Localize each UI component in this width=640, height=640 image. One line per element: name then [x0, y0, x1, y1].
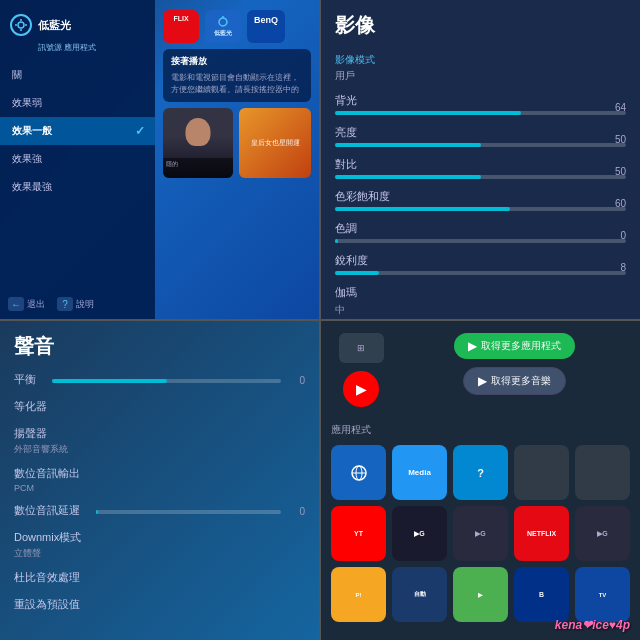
- sharpness-fill: [335, 271, 379, 275]
- balance-fill: [52, 379, 167, 383]
- saturation-value: 60: [615, 198, 626, 209]
- mode-value: 用戶: [335, 69, 626, 83]
- mode-label: 影像模式: [335, 53, 626, 67]
- blue-light-icon: [10, 14, 32, 36]
- menu-item-strong[interactable]: 效果強: [0, 145, 155, 173]
- media-player-app[interactable]: Media: [392, 445, 447, 500]
- backlight-label: 背光: [335, 93, 626, 108]
- help-app[interactable]: ?: [453, 445, 508, 500]
- digital-output-label: 數位音訊輸出: [14, 466, 305, 481]
- action-buttons: ▶ 取得更多應用程式 ▶ 取得更多音樂: [399, 333, 630, 407]
- menu-subtitle: 訊號源 應用程式: [0, 42, 155, 61]
- help-button[interactable]: ? 說明: [57, 297, 94, 311]
- digital-output-item: 數位音訊輸出 PCM: [14, 466, 305, 493]
- downmix-item: Downmix模式 立體聲: [14, 530, 305, 560]
- grid-button[interactable]: ⊞: [339, 333, 384, 363]
- get-more-apps-btn[interactable]: ▶ 取得更多應用程式: [454, 333, 575, 359]
- audio-title: 聲音: [14, 333, 305, 360]
- back-icon: ←: [8, 297, 24, 311]
- gamma-value: 中: [335, 303, 626, 317]
- person-head: [186, 118, 211, 146]
- saturation-label: 色彩飽和度: [335, 189, 626, 204]
- google-play-app-2[interactable]: ▶G: [453, 506, 508, 561]
- saturation-slider-row: 色彩飽和度 60: [335, 189, 626, 211]
- apps-row: FLIX 低藍光 BenQ: [155, 0, 319, 49]
- digital-delay-track[interactable]: [96, 510, 281, 514]
- contrast-value: 50: [615, 166, 626, 177]
- contrast-track[interactable]: 50: [335, 175, 626, 179]
- app-placeholder-2[interactable]: [575, 445, 630, 500]
- media-app-2[interactable]: ▶: [453, 567, 508, 622]
- brightness-label: 亮度: [335, 125, 626, 140]
- hue-slider-row: 色調 0: [335, 221, 626, 243]
- feature-description: 接著播放 電影和電視節目會自動顯示在這裡，方便您繼續觀看。請長按搖控器中的: [163, 49, 311, 102]
- low-blue-app[interactable]: 低藍光: [205, 10, 241, 43]
- q1-content-area: FLIX 低藍光 BenQ 接著播放 電影和電視節目會自動顯示在這裡，方便您繼續…: [155, 0, 319, 319]
- pixnet-app[interactable]: P!: [331, 567, 386, 622]
- get-more-music-btn[interactable]: ▶ 取得更多音樂: [463, 367, 566, 395]
- menu-header: 低藍光: [0, 8, 155, 42]
- gamma-label: 伽瑪: [335, 285, 626, 300]
- speaker-label: 揚聲器: [14, 426, 305, 441]
- downmix-value: 立體聲: [14, 547, 305, 560]
- downmix-label: Downmix模式: [14, 530, 305, 545]
- youtube-button[interactable]: ▶: [343, 371, 379, 407]
- tv-manager-app[interactable]: TV: [575, 567, 630, 622]
- youtube-app[interactable]: YT: [331, 506, 386, 561]
- person-thumbnail: 隱的: [163, 108, 233, 178]
- sharpness-track[interactable]: 8: [335, 271, 626, 275]
- back-button[interactable]: ← 退出: [8, 297, 45, 311]
- sharpness-slider-row: 銳利度 8: [335, 253, 626, 275]
- contrast-slider-row: 對比 50: [335, 157, 626, 179]
- brightness-value: 50: [615, 134, 626, 145]
- google-play-app-3[interactable]: ▶G: [575, 506, 630, 561]
- dolby-item: 杜比音效處理: [14, 570, 305, 587]
- launcher-top: ⊞ ▶ ▶ 取得更多應用程式 ▶ 取得更多音樂: [321, 321, 640, 415]
- reset-item[interactable]: 重設為預設值: [14, 597, 305, 614]
- quadrant-app-launcher: ⊞ ▶ ▶ 取得更多應用程式 ▶ 取得更多音樂: [321, 321, 640, 640]
- backlight-slider-row: 背光 64: [335, 93, 626, 115]
- auto-detect-app[interactable]: 自動: [392, 567, 447, 622]
- digital-output-value: PCM: [14, 483, 305, 493]
- google-play-app-1[interactable]: ▶G: [392, 506, 447, 561]
- apps-section: 應用程式 Media ? YT ▶G ▶G NETFLIX ▶G P! 自動: [321, 415, 640, 640]
- nav-controls: ⊞ ▶: [331, 333, 391, 407]
- brightness-track[interactable]: 50: [335, 143, 626, 147]
- quadrant-image-settings: 影像 影像模式 用戶 背光 64 亮度 50 對比: [321, 0, 640, 319]
- svg-point-0: [18, 22, 24, 28]
- balance-track[interactable]: [52, 379, 281, 383]
- menu-item-weak[interactable]: 效果弱: [0, 89, 155, 117]
- watermark: kena❤ice♥4p: [555, 618, 630, 632]
- menu-item-off[interactable]: 關: [0, 61, 155, 89]
- menu-item-normal[interactable]: 效果一般 ✓: [0, 117, 155, 145]
- person-face: 隱的: [163, 108, 233, 178]
- equalizer-item: 等化器: [14, 399, 305, 416]
- menu-title: 低藍光: [38, 18, 71, 33]
- image-title: 影像: [335, 12, 626, 39]
- backlight-value: 64: [615, 102, 626, 113]
- contrast-fill: [335, 175, 481, 179]
- equalizer-label: 等化器: [14, 399, 305, 414]
- benq-app[interactable]: BenQ: [247, 10, 285, 43]
- hue-fill: [335, 239, 338, 243]
- gamma-row: 伽瑪 中: [335, 285, 626, 317]
- saturation-track[interactable]: 60: [335, 207, 626, 211]
- netflix-app-grid[interactable]: NETFLIX: [514, 506, 569, 561]
- menu-item-strongest[interactable]: 效果最強: [0, 173, 155, 201]
- app-placeholder-1[interactable]: [514, 445, 569, 500]
- content-lower: 隱的 皇后女也星開運: [163, 108, 311, 178]
- saturation-fill: [335, 207, 510, 211]
- browser-app[interactable]: [331, 445, 386, 500]
- speaker-value: 外部音響系統: [14, 443, 305, 456]
- backlight-fill: [335, 111, 521, 115]
- backlight-track[interactable]: 64: [335, 111, 626, 115]
- hue-label: 色調: [335, 221, 626, 236]
- hue-track[interactable]: 0: [335, 239, 626, 243]
- image-settings-panel: 影像 影像模式 用戶 背光 64 亮度 50 對比: [321, 0, 640, 319]
- benq-app-grid[interactable]: B: [514, 567, 569, 622]
- speaker-item: 揚聲器 外部音響系統: [14, 426, 305, 456]
- check-mark: ✓: [135, 124, 145, 138]
- reset-label: 重設為預設值: [14, 597, 305, 612]
- netflix-app[interactable]: FLIX: [163, 10, 199, 43]
- app-launcher-panel: ⊞ ▶ ▶ 取得更多應用程式 ▶ 取得更多音樂: [321, 321, 640, 640]
